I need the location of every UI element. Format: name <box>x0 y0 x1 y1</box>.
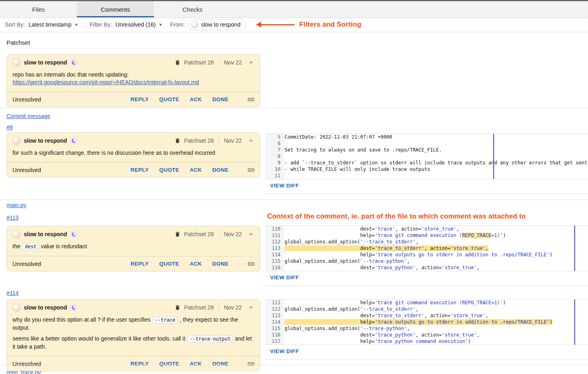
author-name: slow to respond <box>24 231 67 237</box>
quote-button[interactable]: QUOTE <box>159 261 179 267</box>
comments-page: Files Comments Checks Sort By: Latest ti… <box>0 0 588 374</box>
reply-button[interactable]: REPLY <box>131 361 149 367</box>
reply-button[interactable]: REPLY <box>131 96 149 102</box>
tab-files[interactable]: Files <box>0 1 77 17</box>
ack-button[interactable]: ACK <box>190 96 202 102</box>
status-unresolved: Unresolved <box>12 361 41 367</box>
divider <box>219 58 219 66</box>
tab-checks[interactable]: Checks <box>154 1 231 17</box>
delete-icon[interactable] <box>175 304 181 311</box>
line-number: 9 <box>265 160 285 166</box>
done-button[interactable]: DONE <box>212 96 229 102</box>
comment-anchor-114[interactable]: #114 <box>6 290 19 296</box>
code-line: 115global_options.add_option('--trace-py… <box>265 325 588 332</box>
ack-button[interactable]: ACK <box>190 261 202 267</box>
code-text: dest='trace', action='store_true', <box>285 226 459 232</box>
code-text: help='trace git command execution (REPO_… <box>285 299 506 306</box>
collapse-chevron-up-icon[interactable] <box>248 137 254 144</box>
divider <box>219 230 219 238</box>
line-number: 111 <box>265 232 285 239</box>
file-link-repo-trace-py[interactable]: repo_trace.py <box>6 369 41 374</box>
comment-header: slow to respond ☾ Patchset 28 Nov 22 <box>7 133 260 145</box>
delete-icon[interactable] <box>175 137 181 144</box>
ack-button[interactable]: ACK <box>190 167 202 173</box>
code-line: 9- add `--trace_to_stderr` option so std… <box>265 160 588 166</box>
code-text: help='trace outputs go to stderr in addi… <box>285 319 553 325</box>
code-line: 7Set tracing to always on and save to .r… <box>265 147 588 153</box>
copy-link-icon[interactable] <box>247 96 255 104</box>
line-number: 111 <box>265 299 285 306</box>
author-avatar <box>12 137 21 145</box>
divider <box>85 21 85 29</box>
author-avatar <box>12 303 21 312</box>
collapse-chevron-up-icon[interactable] <box>248 304 254 311</box>
code-text: - while TRACE_FILE will only include tra… <box>285 166 430 172</box>
comment-footer: Unresolved REPLY QUOTE ACK DONE <box>7 162 260 177</box>
thread-divider <box>265 286 588 286</box>
delete-icon[interactable] <box>175 59 181 66</box>
comment-header: slow to respond ☾ Patchset 28 Nov 22 <box>7 226 260 238</box>
done-button[interactable]: DONE <box>212 361 229 367</box>
inline-code-dest: dest <box>22 243 39 250</box>
done-button[interactable]: DONE <box>212 261 229 267</box>
copy-link-icon[interactable] <box>247 166 255 174</box>
delete-icon[interactable] <box>175 231 181 237</box>
quote-button[interactable]: QUOTE <box>159 167 179 173</box>
view-diff-link[interactable]: VIEW DIFF <box>270 348 299 354</box>
comment-text: seems like a better option would to gene… <box>12 335 185 342</box>
reply-button[interactable]: REPLY <box>131 167 149 173</box>
code-line: 11 <box>265 172 588 179</box>
line-number: 116 <box>265 264 285 271</box>
line-number: 11 <box>265 172 285 179</box>
comment-date: Nov 22 <box>224 304 242 311</box>
comment-text: the <box>12 243 20 249</box>
status-unresolved: Unresolved <box>12 261 41 267</box>
collapse-chevron-up-icon[interactable] <box>248 231 254 237</box>
top-border <box>0 0 588 1</box>
code-text: Set tracing to always on and save to .re… <box>285 147 442 153</box>
from-author-chip[interactable]: slow to respond <box>188 19 246 30</box>
view-diff-link[interactable]: VIEW DIFF <box>270 183 299 189</box>
code-block-113: 110 dest='trace', action='store_true',11… <box>265 225 588 271</box>
code-text: - add `--trace_to_stderr` option so stde… <box>285 160 587 166</box>
code-line: 111 help='trace git command execution (R… <box>265 232 588 239</box>
comment-body: repo has an internals doc that needs upd… <box>7 66 260 91</box>
code-text: dest='trace_to_stderr', action='store_tr… <box>285 312 488 319</box>
annotation-filters-sorting: Filters and Sorting <box>299 21 362 29</box>
tab-comments[interactable]: Comments <box>77 1 154 17</box>
comment-anchor-113[interactable]: #113 <box>6 214 19 221</box>
code-text: help='trace python command execution') <box>285 338 471 345</box>
filter-by-dropdown[interactable]: Unresolved (16) ▼ <box>116 21 163 28</box>
file-link-commit-message[interactable]: Commit message <box>6 113 50 119</box>
ack-button[interactable]: ACK <box>190 361 202 367</box>
copy-link-icon[interactable] <box>247 260 255 268</box>
code-line: 115global_options.add_option('--trace-py… <box>265 258 588 264</box>
code-line: 8 <box>265 153 588 160</box>
code-line: 114 help='trace outputs go to stderr in … <box>265 319 588 325</box>
from-label: From: <box>170 21 185 28</box>
moon-status-icon: ☾ <box>70 231 77 238</box>
comment-card-113: slow to respond ☾ Patchset 28 Nov 22 the… <box>6 226 260 272</box>
code-line: 116 dest='trace_python', action='store_t… <box>265 332 588 338</box>
sort-by-dropdown[interactable]: Latest timestamp ▼ <box>29 21 79 28</box>
quote-button[interactable]: QUOTE <box>159 361 179 367</box>
line-number: 5 <box>265 134 285 140</box>
comment-card-patchset: slow to respond ☾ Patchset 28 Nov 22 rep… <box>6 54 260 107</box>
comment-anchor-8[interactable]: #8 <box>6 124 13 131</box>
reply-button[interactable]: REPLY <box>131 261 149 267</box>
comment-date: Nov 22 <box>224 137 242 144</box>
copy-link-icon[interactable] <box>247 360 255 368</box>
quote-button[interactable]: QUOTE <box>159 96 179 102</box>
code-text: CommitDate: 2022-11-03 21:07:07 +0000 <box>285 134 392 140</box>
line-number: 116 <box>265 332 285 338</box>
done-button[interactable]: DONE <box>212 167 229 173</box>
view-diff-link[interactable]: VIEW DIFF <box>270 274 299 280</box>
comment-text: repo has an internals doc that needs upd… <box>12 71 254 79</box>
file-link-main-py[interactable]: main.py <box>6 202 26 208</box>
collapse-chevron-up-icon[interactable] <box>248 59 254 66</box>
line-number: 115 <box>265 325 285 332</box>
code-line: 112global_options.add_option('--trace_to… <box>265 239 588 245</box>
internal-fs-layout-link[interactable]: https://gerrit.googlesource.com/git-repo… <box>12 79 199 85</box>
code-line: 111 help='trace git command execution (R… <box>265 299 588 306</box>
comment-text: for such a significant change, there is … <box>12 149 254 157</box>
